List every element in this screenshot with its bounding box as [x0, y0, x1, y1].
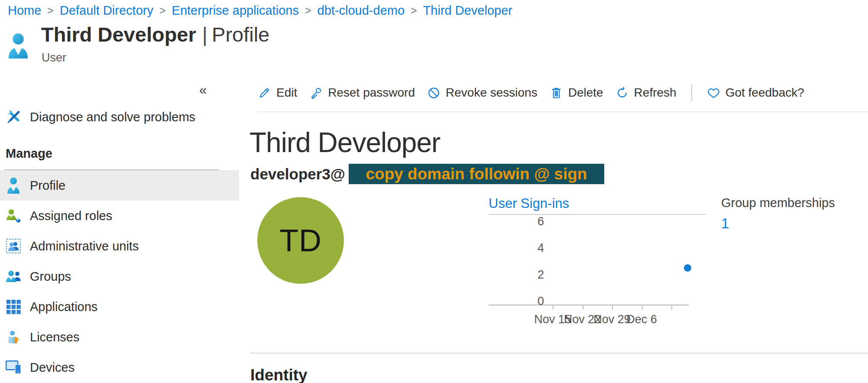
page-title-name: Third Developer	[41, 23, 196, 46]
sidebar-item-label: Administrative units	[30, 239, 139, 253]
page-title-section: Profile	[212, 23, 269, 46]
avatar: TD	[257, 197, 344, 284]
sidebar-item-assigned-roles[interactable]: Assigned roles	[0, 201, 239, 231]
sidebar-item-devices[interactable]: Devices	[0, 352, 239, 383]
redaction-note: copy domain followin @ sign	[366, 165, 587, 183]
refresh-icon	[615, 86, 629, 100]
applications-grid-icon	[5, 300, 22, 314]
identity-section-heading: Identity	[250, 366, 308, 383]
breadcrumb: Home > Default Directory > Enterprise ap…	[8, 3, 512, 18]
sidebar-item-label: Licenses	[30, 330, 79, 344]
sidebar-item-diagnose[interactable]: Diagnose and solve problems	[0, 102, 239, 132]
got-feedback-label: Got feedback?	[725, 86, 804, 100]
user-avatar-icon	[7, 32, 29, 60]
trash-icon	[550, 86, 563, 100]
sidebar-item-label: Devices	[30, 360, 74, 375]
x-tick-label: Dec 6	[614, 313, 670, 326]
x-axis-tick	[553, 305, 554, 309]
sidebar-item-groups[interactable]: Groups	[0, 261, 239, 292]
assigned-roles-icon	[5, 208, 22, 223]
redacted-domain-annotation: copy domain followin @ sign	[349, 164, 604, 184]
sidebar-item-label: Applications	[30, 300, 97, 314]
sidebar-item-applications[interactable]: Applications	[0, 292, 239, 322]
delete-button[interactable]: Delete	[550, 86, 603, 100]
email-prefix: developer3@	[250, 166, 345, 183]
sidebar-item-administrative-units[interactable]: Administrative units	[0, 231, 239, 261]
sidebar-collapse-button[interactable]: «	[199, 83, 207, 97]
revoke-sessions-button[interactable]: Revoke sessions	[427, 86, 538, 100]
page-title: Third Developer|Profile	[41, 23, 269, 46]
key-icon	[309, 86, 323, 100]
signin-data-point	[684, 264, 691, 272]
user-principal-name-row: developer3@ copy domain followin @ sign	[250, 164, 604, 184]
group-memberships-label: Group memberships	[721, 196, 835, 210]
reset-password-label: Reset password	[328, 86, 415, 100]
breadcrumb-home[interactable]: Home	[8, 3, 41, 18]
delete-label: Delete	[568, 86, 603, 100]
sidebar-item-licenses[interactable]: Licenses	[0, 322, 239, 352]
user-signins-chart: User Sign-ins 6420Nov 15Nov 22Nov 29Dec …	[489, 195, 706, 338]
toolbar-divider	[691, 84, 692, 101]
toolbar-underline	[258, 111, 868, 112]
admin-units-icon	[5, 239, 22, 253]
devices-icon	[5, 360, 22, 374]
x-axis-tick	[671, 305, 672, 309]
block-icon	[427, 86, 440, 100]
diagnose-icon	[5, 110, 22, 124]
sidebar-item-label: Assigned roles	[30, 209, 112, 223]
sidebar-item-label: Groups	[30, 269, 71, 284]
user-display-name: Third Developer	[249, 127, 440, 159]
breadcrumb-dbt-cloud-demo[interactable]: dbt-cloud-demo	[317, 3, 405, 18]
command-bar: Edit Reset password Revoke sessions	[258, 81, 804, 104]
edit-label: Edit	[276, 86, 297, 100]
object-type-label: User	[42, 51, 66, 65]
breadcrumb-separator: >	[159, 4, 166, 17]
sidebar-item-profile[interactable]: Profile	[0, 170, 239, 201]
got-feedback-button[interactable]: Got feedback?	[707, 86, 804, 100]
sidebar-item-label: Diagnose and solve problems	[30, 110, 195, 124]
groups-icon	[5, 269, 22, 283]
heart-icon	[707, 86, 720, 100]
reset-password-button[interactable]: Reset password	[309, 86, 415, 100]
breadcrumb-separator: >	[411, 4, 417, 17]
breadcrumb-separator: >	[305, 4, 311, 17]
avatar-initials: TD	[279, 223, 322, 258]
sidebar-item-label: Profile	[30, 179, 65, 193]
sidebar: « Diagnose and solve problems Manage Pro…	[0, 65, 239, 383]
sidebar-section-heading: Manage	[6, 146, 52, 161]
breadcrumb-separator: >	[47, 4, 54, 17]
x-axis-tick	[642, 305, 643, 309]
x-axis-tick	[612, 305, 613, 309]
refresh-label: Refresh	[634, 86, 677, 100]
breadcrumb-default-directory[interactable]: Default Directory	[60, 3, 153, 18]
x-axis-tick	[583, 305, 583, 309]
y-tick-label: 4	[489, 241, 544, 255]
y-tick-label: 6	[489, 215, 544, 228]
revoke-sessions-label: Revoke sessions	[446, 86, 538, 100]
group-memberships-block: Group memberships 1	[721, 196, 835, 232]
licenses-icon	[5, 330, 22, 344]
group-memberships-count-link[interactable]: 1	[721, 215, 729, 232]
y-tick-label: 0	[489, 295, 544, 308]
user-signins-plot: 6420Nov 15Nov 22Nov 29Dec 6	[489, 195, 706, 338]
y-tick-label: 2	[489, 268, 544, 282]
page-title-divider: |	[202, 23, 207, 46]
pencil-icon	[258, 86, 271, 100]
edit-button[interactable]: Edit	[258, 86, 297, 100]
refresh-button[interactable]: Refresh	[615, 86, 677, 100]
person-icon	[5, 177, 22, 194]
breadcrumb-enterprise-applications[interactable]: Enterprise applications	[172, 3, 299, 18]
breadcrumb-third-developer[interactable]: Third Developer	[423, 3, 512, 18]
identity-section-divider	[250, 353, 868, 354]
